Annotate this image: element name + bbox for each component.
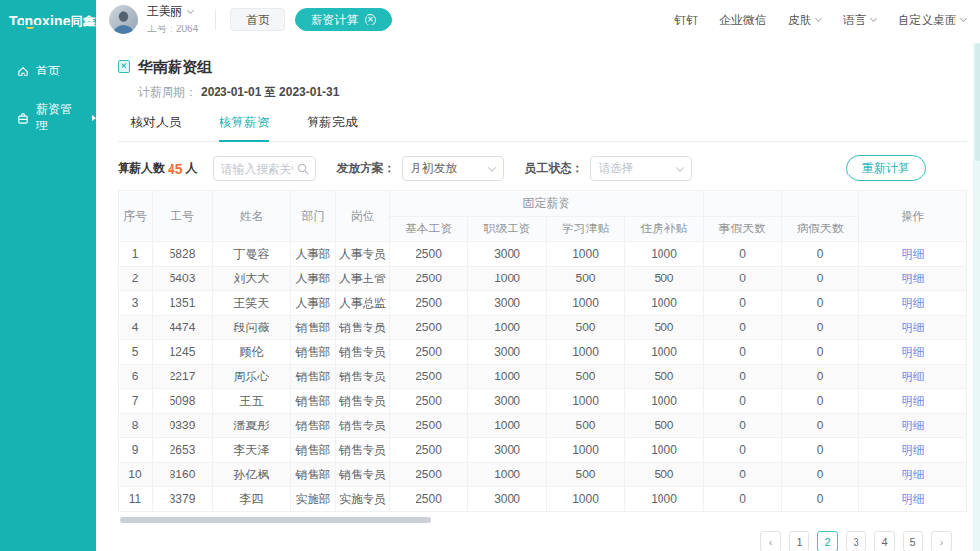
table-cell: 0: [704, 487, 782, 512]
col-header-name: 姓名: [213, 191, 291, 242]
table-cell: 段问薇: [213, 316, 291, 340]
pay-period: 计薪周期：2023-01-01 至 2023-01-31: [138, 84, 339, 101]
table-cell: 王五: [213, 389, 291, 414]
pagination: 12345: [118, 531, 967, 551]
table-cell: 潘夏彤: [213, 414, 291, 438]
table-cell: 6: [119, 365, 153, 389]
detail-link[interactable]: 明细: [902, 468, 925, 481]
home-icon: [17, 65, 29, 77]
table-cell: 0: [704, 267, 782, 291]
recalculate-button[interactable]: 重新计算: [846, 155, 926, 181]
payment-plan-select[interactable]: 月初发放: [402, 156, 504, 181]
table-cell: 2653: [153, 438, 213, 463]
table-cell: 2500: [390, 414, 468, 438]
sidebar-item-home[interactable]: 首页: [0, 52, 96, 90]
table-cell: 0: [704, 438, 782, 463]
page-title: 华南薪资组: [138, 58, 339, 76]
sidebar-item-label: 首页: [36, 63, 60, 79]
detail-link[interactable]: 明细: [902, 296, 925, 310]
logo-smile-icon: [26, 25, 34, 29]
table-cell: 实施专员: [336, 487, 390, 512]
detail-link[interactable]: 明细: [902, 247, 925, 261]
table-cell-action: 明细: [859, 463, 967, 487]
detail-link[interactable]: 明细: [902, 492, 925, 506]
vertical-scrollbar[interactable]: [973, 43, 980, 551]
page-button[interactable]: 1: [789, 531, 809, 551]
table-cell: 0: [704, 340, 782, 365]
sidebar-nav: 首页 薪资管理: [0, 52, 96, 145]
table-cell: 10: [119, 463, 153, 487]
horizontal-scrollbar-thumb[interactable]: [120, 517, 431, 523]
avatar[interactable]: [109, 5, 138, 34]
table-cell: 0: [704, 389, 782, 414]
page-button[interactable]: 4: [874, 531, 895, 551]
top-menu-item-label: 钉钉: [674, 12, 698, 28]
detail-link[interactable]: 明细: [902, 321, 925, 334]
table-cell: 1000: [547, 291, 625, 316]
table-row: 108160孙亿枫销售部销售专员2500100050050000明细: [119, 463, 967, 487]
table-cell: 1000: [547, 487, 625, 512]
table-cell: 0: [782, 340, 859, 365]
table-cell: 1: [119, 242, 153, 267]
employee-status-select[interactable]: 请选择: [590, 156, 692, 181]
table-cell: 销售部: [291, 389, 336, 414]
nav-tab-salary-calc[interactable]: 薪资计算 ✕: [295, 8, 392, 31]
top-menu-item[interactable]: 自定义桌面: [898, 12, 966, 28]
detail-link[interactable]: 明细: [902, 443, 925, 457]
table-cell: 4: [119, 316, 153, 340]
top-menu-item[interactable]: 皮肤: [788, 12, 821, 28]
detail-link[interactable]: 明细: [902, 370, 925, 383]
table-cell: 2500: [390, 463, 468, 487]
page-button[interactable]: 5: [903, 531, 923, 551]
table-cell: 1000: [547, 340, 625, 365]
tab-check-staff[interactable]: 核对人员: [130, 114, 181, 141]
next-page-button[interactable]: [931, 531, 952, 551]
detail-link[interactable]: 明细: [902, 419, 925, 432]
search-icon: [297, 163, 309, 175]
table-cell: 销售部: [291, 316, 336, 340]
col-header-personal-leave: 事假天数: [704, 217, 782, 242]
page-button[interactable]: 2: [817, 531, 838, 551]
table-cell-action: 明细: [859, 487, 967, 512]
back-icon[interactable]: ✕: [118, 60, 130, 73]
user-name-dropdown[interactable]: 王美丽: [147, 3, 198, 20]
table-cell: 0: [782, 389, 859, 414]
table-cell: 实施部: [291, 487, 336, 512]
close-icon[interactable]: ✕: [365, 14, 376, 25]
logo-text-cn: 同鑫: [71, 14, 96, 28]
table-cell: 3000: [468, 438, 547, 463]
vertical-scrollbar-thumb[interactable]: [975, 43, 980, 161]
table-cell-action: 明细: [859, 316, 967, 340]
top-menu-item[interactable]: 企业微信: [719, 12, 766, 28]
table-cell: 0: [782, 487, 859, 512]
table-cell: 3000: [468, 291, 547, 316]
table-cell: 3379: [153, 487, 213, 512]
page-button[interactable]: 3: [846, 531, 866, 551]
detail-link[interactable]: 明细: [902, 345, 925, 359]
table-cell: 2500: [390, 365, 468, 389]
nav-tab-home[interactable]: 首页: [230, 8, 285, 31]
sidebar-item-salary-management[interactable]: 薪资管理: [0, 90, 96, 145]
tab-calc-salary[interactable]: 核算薪资: [219, 114, 270, 141]
table-cell: 0: [782, 242, 859, 267]
prev-page-button[interactable]: [760, 531, 781, 551]
col-header-seq: 序号: [119, 191, 153, 242]
tab-calc-done[interactable]: 算薪完成: [307, 114, 358, 141]
table-cell: 李四: [213, 487, 291, 512]
table-cell: 3000: [468, 389, 547, 414]
col-header-empty: [782, 191, 859, 217]
detail-link[interactable]: 明细: [902, 394, 925, 408]
table-cell: 0: [782, 291, 859, 316]
table-cell: 2500: [390, 487, 468, 512]
detail-link[interactable]: 明细: [902, 272, 925, 285]
table-cell: 9: [119, 438, 153, 463]
table-cell: 销售专员: [336, 340, 390, 365]
table-cell: 销售部: [291, 365, 336, 389]
chevron-down-icon: [815, 15, 822, 22]
top-menu-item[interactable]: 语言: [843, 12, 876, 28]
table-cell: 销售专员: [336, 438, 390, 463]
table-cell: 0: [782, 316, 859, 340]
table-row: 44474段问薇销售部销售专员2500100050050000明细: [119, 316, 967, 340]
table-cell: 人事部: [291, 267, 336, 291]
top-menu-item[interactable]: 钉钉: [674, 12, 698, 28]
